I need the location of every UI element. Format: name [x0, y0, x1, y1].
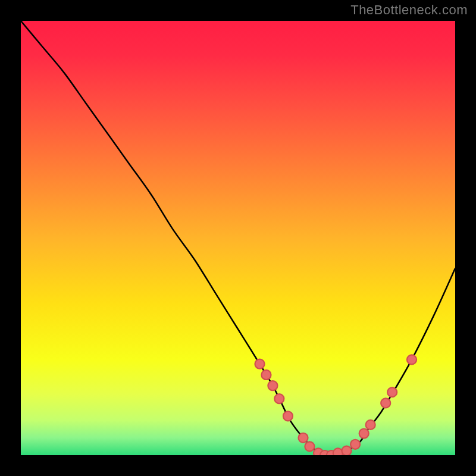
data-point: [283, 411, 293, 421]
watermark-text: TheBottleneck.com: [350, 2, 468, 18]
data-point: [381, 398, 390, 408]
highlight-dots: [255, 355, 416, 455]
data-point: [268, 381, 277, 390]
data-point: [359, 428, 369, 438]
data-point: [274, 394, 284, 403]
curve-layer: [21, 21, 455, 455]
data-point: [350, 440, 360, 449]
data-point: [298, 433, 308, 443]
data-point: [387, 387, 397, 397]
data-point: [342, 446, 351, 455]
data-point: [261, 370, 271, 380]
data-point: [305, 441, 314, 451]
chart-frame: TheBottleneck.com: [0, 0, 476, 476]
data-point: [366, 420, 375, 430]
plot-area: [21, 21, 455, 455]
data-point: [407, 355, 416, 364]
data-point: [255, 359, 264, 369]
